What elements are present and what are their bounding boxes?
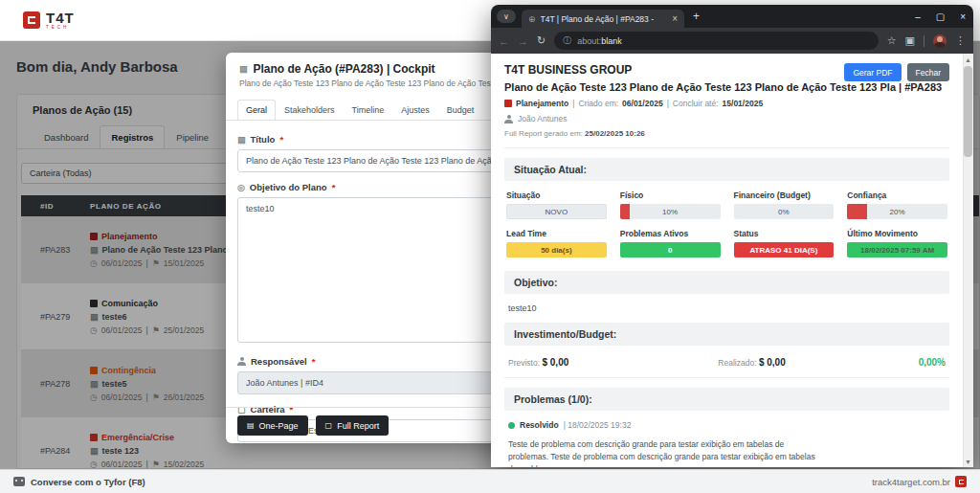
report-icon: ▢	[325, 421, 333, 430]
forward-icon[interactable]: →	[518, 35, 528, 47]
status-badge: ATRASO 41 DIA(S)	[734, 242, 835, 258]
report-title: Plano de Ação Teste 123 Plano de Ação Te…	[504, 81, 949, 93]
financeiro-progressbar: 0%	[734, 204, 835, 219]
page-info-icon[interactable]: ⓘ	[563, 34, 571, 47]
previsto-value: $ 0,00	[542, 357, 568, 368]
logo-text: T4T	[46, 11, 75, 25]
globe-icon: ⊕	[528, 14, 536, 24]
page-footer: Converse com o Tyfor (F8) track4target.c…	[0, 469, 980, 493]
tab-search-icon[interactable]: ∨	[497, 10, 516, 23]
browser-toolbar: ← → ↻ ⓘ about:blank ☆ ▣ ⋮	[491, 28, 973, 54]
page-icon: ▤	[247, 421, 255, 430]
section-budget: Investimento/Budget:	[504, 323, 949, 346]
objetivo-label: Objetivo do Plano	[250, 182, 327, 192]
person-icon	[237, 357, 246, 366]
gerar-pdf-button[interactable]: Gerar PDF	[844, 63, 901, 81]
card-heading-icon: ▤	[237, 135, 246, 145]
t4t-logo-icon	[23, 11, 40, 29]
scroll-up-icon[interactable]: ▲	[963, 54, 973, 65]
modal-tab-geral[interactable]: Geral	[237, 100, 276, 120]
modal-tab-timeline[interactable]: Timeline	[344, 100, 393, 120]
ultimo-movimento-badge: 18/02/2025 07:59 AM	[847, 242, 947, 258]
modal-tab-stakeholders[interactable]: Stakeholders	[276, 100, 344, 120]
responsavel-label: Responsável	[251, 356, 307, 367]
back-icon[interactable]: ←	[499, 35, 509, 47]
address-bar[interactable]: ⓘ about:blank	[554, 32, 879, 50]
t4t-logo[interactable]: T4T TECH	[23, 11, 75, 31]
browser-titlebar: ∨ ⊕ T4T | Plano de Ação | #PA283 - × + –…	[491, 5, 973, 28]
fechar-button[interactable]: Fechar	[907, 63, 949, 81]
objetivo-text: teste10	[508, 303, 946, 313]
browser-viewport: T4T BUSINESS GROUP Plano de Ação Teste 1…	[491, 54, 973, 467]
one-page-button[interactable]: ▤One-Page	[237, 415, 308, 436]
maximize-button[interactable]: ▢	[936, 11, 945, 22]
scrollbar-thumb[interactable]	[964, 66, 972, 157]
minimize-button[interactable]: –	[915, 11, 921, 22]
fisico-progressbar: 10%	[620, 204, 721, 219]
content-scrollbar[interactable]: ▲ ▼	[963, 54, 973, 467]
modal-title: Plano de Ação (#PA283) | Cockpit	[254, 62, 435, 76]
browser-tab-title: T4T | Plano de Ação | #PA283 -	[541, 14, 668, 24]
full-report: T4T BUSINESS GROUP Plano de Ação Teste 1…	[491, 54, 963, 467]
close-button[interactable]: ×	[960, 11, 966, 22]
section-situacao-atual: Situação Atual:	[504, 158, 949, 181]
browser-tab[interactable]: ⊕ T4T | Plano de Ação | #PA283 - ×	[522, 10, 684, 28]
reload-icon[interactable]: ↻	[537, 34, 546, 47]
titulo-label: Título	[251, 134, 276, 145]
tyfor-chat-button[interactable]: Converse com o Tyfor (F8)	[13, 477, 145, 487]
bookmark-star-icon[interactable]: ☆	[887, 34, 897, 47]
new-tab-button[interactable]: +	[693, 10, 700, 23]
realizado-value: $ 0,00	[759, 357, 786, 368]
t4t-mini-logo-icon	[955, 476, 967, 487]
full-report-button[interactable]: ▢Full Report	[316, 415, 390, 436]
section-problemas: Problemas (1/0):	[504, 388, 949, 411]
browser-window: ∨ ⊕ T4T | Plano de Ação | #PA283 - × + –…	[491, 5, 973, 467]
budget-percent: 0,00%	[919, 357, 946, 368]
footer-site-link[interactable]: track4target.com.br	[872, 477, 950, 487]
category-color-icon	[504, 100, 512, 107]
modal-tab-ajustes[interactable]: Ajustes	[392, 100, 438, 120]
logo-subtext: TECH	[46, 26, 75, 31]
section-objetivo: Objetivo:	[504, 271, 949, 294]
confianca-progressbar: 20%	[847, 204, 947, 219]
lead-time-badge: 50 dia(s)	[506, 242, 607, 258]
url-text: about:blank	[577, 36, 622, 46]
scroll-down-icon[interactable]: ▼	[963, 456, 973, 467]
menu-dots-icon[interactable]: ⋮	[955, 34, 966, 47]
report-owner: João Antunes	[518, 114, 568, 123]
profile-avatar[interactable]	[933, 34, 947, 48]
problemas-ativos-badge: 0	[620, 242, 721, 258]
situacao-badge: NOVO	[506, 204, 607, 219]
tab-close-icon[interactable]: ×	[672, 13, 678, 24]
person-icon	[504, 115, 513, 123]
resolved-dot-icon	[508, 422, 515, 429]
document-icon: ▤	[239, 64, 248, 74]
extensions-icon[interactable]: ▣	[905, 34, 915, 47]
target-icon: ◎	[237, 183, 245, 192]
robot-icon	[13, 477, 25, 486]
problem-text-1: Teste de problema com descrição grande p…	[508, 438, 823, 467]
modal-tab-budget[interactable]: Budget	[438, 100, 483, 120]
